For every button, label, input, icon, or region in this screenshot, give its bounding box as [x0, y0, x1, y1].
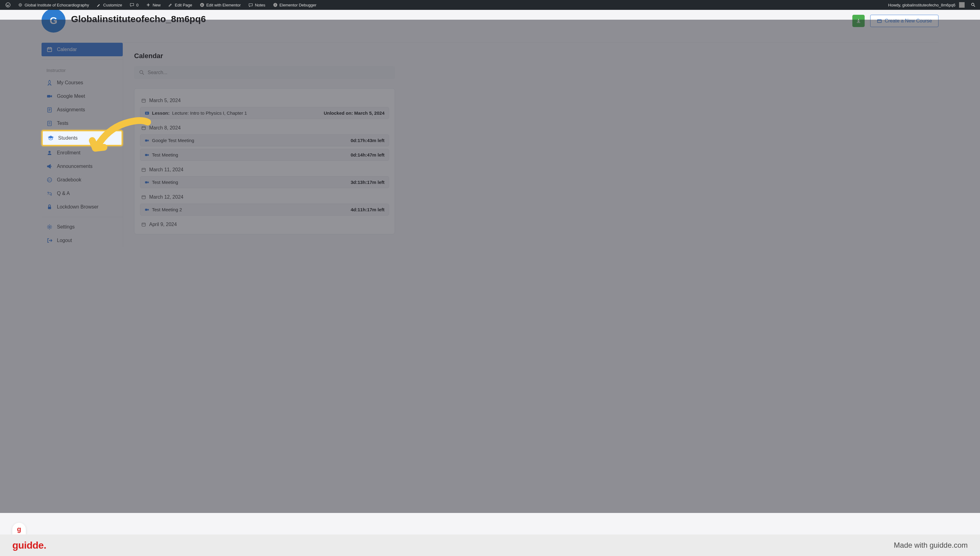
customize-link[interactable]: Customize: [94, 0, 125, 10]
event-meta: Unlocked on: March 5, 2024: [323, 110, 385, 116]
event-title: Google Test Meeting: [152, 138, 194, 143]
page-title: Globalinstituteofecho_8m6pq6: [71, 14, 206, 24]
calendar-icon: [47, 47, 53, 53]
video-icon: [47, 93, 53, 99]
debugger-label: Elementor Debugger: [280, 3, 317, 7]
sidebar-item-calendar[interactable]: Calendar: [42, 43, 123, 56]
customize-label: Customize: [103, 3, 122, 7]
user-avatar: G: [42, 10, 66, 32]
new-link[interactable]: New: [143, 0, 163, 10]
notes-icon: [248, 2, 253, 7]
event-meta: 4d:11h:17m left: [351, 207, 385, 212]
sidebar-item-label: Google Meet: [57, 94, 85, 99]
edit-elementor-label: Edit with Elementor: [206, 3, 241, 7]
play-icon: [145, 111, 149, 116]
sidebar-item-label: Tests: [57, 121, 68, 126]
sidebar-item-my-courses[interactable]: My Courses: [42, 76, 123, 89]
edit-page-label: Edit Page: [175, 3, 192, 7]
notes-label: Notes: [255, 3, 265, 7]
home-icon: [18, 2, 23, 7]
event-row[interactable]: Test Meeting 2 4d:11h:17m left: [140, 204, 389, 216]
calendar-small-icon: [141, 222, 146, 227]
date-label: March 12, 2024: [149, 194, 183, 200]
howdy-user[interactable]: Howdy, globalinstituteofecho_8m6pq6: [885, 0, 968, 10]
edit-elementor-link[interactable]: E Edit with Elementor: [197, 0, 244, 10]
event-row[interactable]: Test Meeting 3d:13h:17m left: [140, 176, 389, 188]
action-button-green[interactable]: [852, 15, 865, 27]
sidebar-item-settings[interactable]: Settings: [42, 220, 123, 234]
comment-icon: [129, 2, 134, 7]
date-heading: April 9, 2024: [140, 218, 389, 231]
lock-icon: [47, 204, 53, 210]
svg-point-13: [49, 151, 51, 153]
svg-rect-28: [145, 208, 148, 210]
date-heading: March 8, 2024: [140, 121, 389, 134]
page-header: G Globalinstituteofecho_8m6pq6 Create a …: [0, 10, 980, 42]
wordpress-icon: [5, 2, 10, 7]
search-icon: [139, 70, 145, 75]
date-label: April 9, 2024: [149, 222, 177, 227]
search-toggle[interactable]: [969, 0, 978, 10]
elementor-icon: E: [200, 2, 205, 7]
svg-rect-25: [142, 168, 145, 171]
svg-point-18: [49, 226, 50, 228]
site-name: Global Institute of Echocardiography: [24, 3, 89, 7]
new-label: New: [152, 3, 160, 7]
avatar-icon: [959, 2, 965, 8]
course-icon: [877, 18, 882, 24]
elementor-debugger-link[interactable]: i Elementor Debugger: [270, 0, 320, 10]
wp-logo[interactable]: [2, 0, 13, 10]
sidebar-item-google-meet[interactable]: Google Meet: [42, 89, 123, 103]
sidebar-item-assignments[interactable]: Assignments: [42, 103, 123, 116]
site-name-link[interactable]: Global Institute of Echocardiography: [15, 0, 92, 10]
date-heading: March 12, 2024: [140, 191, 389, 204]
search-input[interactable]: Search...: [134, 66, 395, 79]
sidebar-item-lockdown[interactable]: Lockdown Browser: [42, 200, 123, 214]
date-label: March 11, 2024: [149, 167, 183, 173]
admin-bar: Global Institute of Echocardiography Cus…: [0, 0, 980, 10]
calendar-small-icon: [141, 98, 146, 103]
event-row[interactable]: Test Meeting 0d:14h:47m left: [140, 149, 389, 161]
create-course-button[interactable]: Create a New Course: [870, 15, 938, 27]
question-icon: ?: [47, 190, 53, 197]
comments-link[interactable]: 0: [126, 0, 141, 10]
event-prefix: Lesson:: [152, 110, 170, 116]
sidebar-item-label: Assignments: [57, 107, 85, 113]
svg-text:?: ?: [47, 191, 49, 196]
howdy-label: Howdy, globalinstituteofecho_8m6pq6: [888, 3, 956, 7]
svg-text:A+: A+: [48, 179, 51, 181]
avatar-initial: G: [50, 15, 58, 26]
sidebar-item-gradebook[interactable]: A+ Gradebook: [42, 173, 123, 187]
search-icon: [971, 2, 976, 7]
guidde-float-button[interactable]: g: [12, 523, 26, 535]
event-title: Test Meeting 2: [152, 207, 182, 212]
notes-link[interactable]: Notes: [245, 0, 268, 10]
event-row[interactable]: Google Test Meeting 0d:17h:43m left: [140, 134, 389, 146]
sidebar-item-label: Settings: [57, 224, 75, 230]
event-meta: 0d:14h:47m left: [351, 152, 385, 157]
brush-icon: [97, 2, 102, 7]
svg-point-19: [140, 70, 143, 73]
edit-page-link[interactable]: Edit Page: [165, 0, 195, 10]
sidebar-item-qa[interactable]: ? Q & A: [42, 187, 123, 200]
grade-icon: A+: [47, 177, 53, 183]
comments-count: 0: [136, 3, 138, 7]
svg-point-0: [6, 3, 10, 7]
pencil-icon: [168, 2, 173, 7]
search-placeholder: Search...: [148, 70, 167, 75]
svg-rect-9: [47, 48, 52, 52]
gear-icon: [47, 224, 53, 230]
date-heading: March 5, 2024: [140, 94, 389, 107]
svg-rect-27: [142, 196, 145, 199]
svg-point-2: [20, 4, 21, 6]
arrow-annotation: [86, 116, 157, 165]
logout-icon: [47, 238, 53, 244]
event-row[interactable]: Lesson: Lecture: Intro to Physics I, Cha…: [140, 107, 389, 119]
main-panel: Calendar Search... March 5, 2024 Lesson:…: [123, 43, 406, 247]
calendar-small-icon: [141, 167, 146, 172]
info-icon: i: [273, 2, 278, 7]
event-meta: 0d:17h:43m left: [351, 138, 385, 143]
video-small-icon: [145, 180, 149, 185]
svg-point-7: [971, 3, 974, 5]
sidebar-item-logout[interactable]: Logout: [42, 234, 123, 247]
